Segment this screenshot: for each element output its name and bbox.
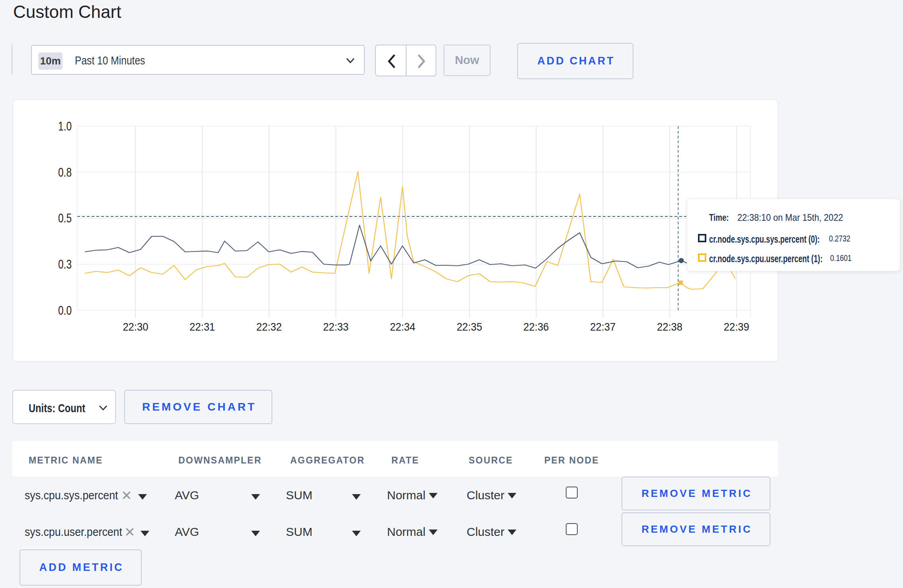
svg-text:22:39: 22:39 <box>724 321 749 333</box>
svg-text:22:38: 22:38 <box>657 321 682 333</box>
svg-text:22:36: 22:36 <box>524 321 549 333</box>
svg-text:22:34: 22:34 <box>390 321 415 333</box>
svg-text:22:30: 22:30 <box>123 321 148 333</box>
svg-text:22:31: 22:31 <box>190 321 215 333</box>
svg-text:22:35: 22:35 <box>457 321 482 333</box>
svg-text:22:32: 22:32 <box>256 321 282 333</box>
svg-text:0.0: 0.0 <box>58 304 72 317</box>
svg-text:0.3: 0.3 <box>58 257 72 271</box>
svg-text:1.0: 1.0 <box>58 119 72 133</box>
svg-text:22:37: 22:37 <box>590 321 616 333</box>
svg-text:22:33: 22:33 <box>323 321 349 333</box>
svg-text:0.8: 0.8 <box>58 165 72 179</box>
svg-text:0.5: 0.5 <box>58 211 72 225</box>
